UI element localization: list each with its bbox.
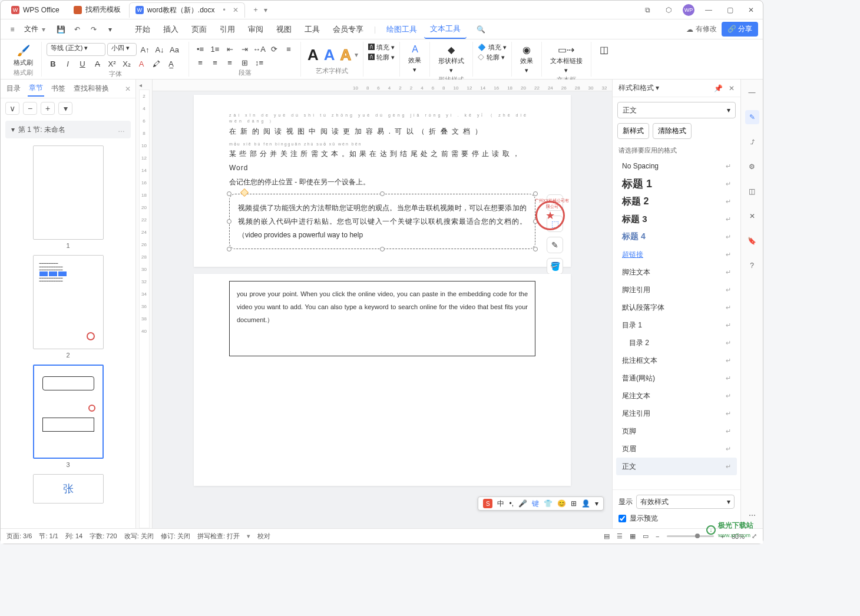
- ribbon-tab-drawing[interactable]: 绘图工具: [381, 21, 423, 38]
- style-item[interactable]: No Spacing↵: [616, 157, 737, 175]
- rail-styles-icon[interactable]: ✎: [745, 110, 759, 124]
- style-item[interactable]: 页眉↵: [616, 440, 737, 458]
- ribbon-tab-start[interactable]: 开始: [129, 21, 156, 38]
- ime-toolbox-icon[interactable]: ⊞: [571, 499, 577, 508]
- status-page[interactable]: 页面: 3/6: [6, 532, 32, 541]
- resize-handle-ml[interactable]: [227, 219, 231, 224]
- linked-text-box[interactable]: you prove your point. When you click the…: [229, 281, 535, 356]
- wordart-style-1[interactable]: A: [306, 46, 320, 64]
- document-canvas[interactable]: 1086422468101214161820222426283032343638…: [153, 80, 612, 528]
- rail-settings-icon[interactable]: ⚙: [745, 160, 759, 174]
- pin-panel-icon[interactable]: 📌: [714, 84, 723, 92]
- close-panel-icon[interactable]: ✕: [729, 84, 735, 92]
- section-more-icon[interactable]: …: [118, 125, 125, 134]
- style-item[interactable]: 批注框文本↵: [616, 352, 737, 369]
- window-close-icon[interactable]: ✕: [744, 3, 758, 17]
- tab-close-icon[interactable]: ✕: [233, 6, 239, 14]
- redo-icon[interactable]: ↷: [87, 22, 101, 37]
- style-item[interactable]: 页脚↵: [616, 422, 737, 440]
- style-item[interactable]: 标题 1↵: [616, 175, 737, 193]
- preview-checkbox-input[interactable]: [618, 515, 626, 522]
- ribbon-tab-review[interactable]: 审阅: [242, 21, 269, 38]
- style-item[interactable]: 标题 3↵: [616, 210, 737, 228]
- status-section[interactable]: 节: 1/1: [39, 532, 58, 541]
- superscript-icon[interactable]: X²: [105, 58, 118, 69]
- quick-fill-icon[interactable]: 🪣: [547, 258, 563, 274]
- rail-collapse-icon[interactable]: —: [745, 85, 759, 100]
- rail-transform-icon[interactable]: ✕: [745, 209, 759, 223]
- subscript-icon[interactable]: X₂: [120, 58, 133, 69]
- numbering-icon[interactable]: 1≡: [209, 43, 221, 55]
- nav-tab-sections[interactable]: 章节: [28, 81, 44, 97]
- style-item[interactable]: 脚注引用↵: [616, 281, 737, 299]
- align-right-icon[interactable]: ≡: [209, 57, 221, 68]
- selected-text-box[interactable]: 视频提供了功能强大的方法帮助您证明您的观点。当您单击联机视频时，可以在想要添加的…: [229, 194, 535, 249]
- style-item[interactable]: 标题 2↵: [616, 193, 737, 210]
- style-item[interactable]: 默认段落字体↵: [616, 299, 737, 316]
- decrease-indent-icon[interactable]: ⇤: [223, 43, 236, 55]
- style-item[interactable]: 目录 2↵: [616, 334, 737, 352]
- save-icon[interactable]: 💾: [54, 22, 68, 37]
- ribbon-tab-tools[interactable]: 工具: [299, 21, 326, 38]
- clear-format-button[interactable]: 清除格式: [653, 123, 692, 139]
- status-revision[interactable]: 修订: 关闭: [161, 532, 190, 541]
- status-spellcheck[interactable]: 拼写检查: 打开: [197, 532, 240, 541]
- styles-filter-select[interactable]: 有效样式▾: [636, 495, 735, 509]
- ime-lang-label[interactable]: 中: [497, 499, 504, 509]
- ime-mic-icon[interactable]: 🎤: [518, 499, 527, 508]
- strikethrough-icon[interactable]: A̶: [91, 58, 104, 69]
- style-item[interactable]: 超链接↵: [616, 246, 737, 263]
- line-spacing-icon[interactable]: ↕≡: [253, 57, 266, 68]
- ime-menu-icon[interactable]: ▾: [595, 499, 598, 508]
- bold-icon[interactable]: B: [47, 58, 59, 69]
- style-item[interactable]: 正文↵: [616, 458, 737, 475]
- distribute-icon[interactable]: ⊞: [238, 57, 251, 68]
- ribbon-tab-view[interactable]: 视图: [270, 21, 297, 38]
- resize-handle-bl[interactable]: [227, 247, 231, 251]
- ime-skin-icon[interactable]: 👕: [544, 499, 553, 508]
- ribbon-tab-text-tools[interactable]: 文本工具: [424, 20, 467, 39]
- justify-icon[interactable]: ≡: [223, 57, 236, 68]
- text-fill-button[interactable]: 🅰 填充 ▾: [368, 43, 395, 52]
- nav-prev-button[interactable]: ∨: [5, 102, 19, 115]
- view-outline-icon[interactable]: ☰: [617, 532, 623, 540]
- tab-list-dropdown-icon[interactable]: ▾: [264, 6, 267, 14]
- ime-keyboard-icon[interactable]: 键: [532, 499, 539, 509]
- font-size-select[interactable]: 小四 ▾: [107, 43, 137, 56]
- font-name-select[interactable]: 等线 (正文) ▾: [47, 43, 105, 56]
- view-web-icon[interactable]: ▦: [630, 532, 636, 540]
- style-item[interactable]: 标题 4↵: [616, 228, 737, 246]
- nav-remove-button[interactable]: −: [23, 102, 37, 115]
- new-tab-button[interactable]: ＋: [250, 4, 262, 16]
- share-button[interactable]: 🔗 分享: [722, 22, 758, 37]
- text-effect-button[interactable]: A 效果▾: [405, 43, 425, 75]
- template-tab[interactable]: 找稻壳模板: [68, 2, 127, 18]
- page-thumb-2[interactable]: ▬▬▬▬▬▬▬▬▬▬▬▬▬▬▬▬▬▬▬▬▬▬▬▬▬▬▬▬▬▬▬▬▬▬▬▬▬▬▬▬…: [33, 255, 104, 349]
- text-outline-button[interactable]: 🅰 轮廓 ▾: [368, 53, 395, 62]
- status-overwrite[interactable]: 改写: 关闭: [124, 532, 154, 541]
- ribbon-tab-page[interactable]: 页面: [186, 21, 213, 38]
- rail-select-icon[interactable]: ⭜: [745, 135, 759, 149]
- undo-icon[interactable]: ↶: [70, 22, 84, 37]
- view-print-icon[interactable]: ▤: [604, 532, 610, 540]
- underline-icon[interactable]: U: [76, 58, 89, 69]
- status-column[interactable]: 列: 14: [65, 532, 82, 541]
- increase-indent-icon[interactable]: ⇥: [238, 43, 251, 55]
- resize-handle-bm[interactable]: [380, 247, 385, 251]
- cloud-modified-badge[interactable]: ☁ 有修改: [686, 24, 717, 34]
- italic-icon[interactable]: I: [61, 58, 74, 69]
- ribbon-tab-reference[interactable]: 引用: [214, 21, 241, 38]
- quick-access-dropdown-icon[interactable]: ▾: [103, 22, 117, 37]
- font-color-icon[interactable]: A: [135, 58, 148, 69]
- wordart-style-3[interactable]: A: [339, 46, 353, 64]
- search-icon[interactable]: 🔍: [474, 22, 488, 37]
- char-scale-icon[interactable]: ↔A: [253, 43, 266, 55]
- menu-icon[interactable]: ≡: [5, 22, 19, 37]
- shape-style-button[interactable]: ◆ 形状样式▾: [435, 43, 468, 75]
- wordart-style-2[interactable]: A: [322, 46, 337, 64]
- nav-tab-find[interactable]: 查找和替换: [72, 81, 110, 96]
- page-thumb-4[interactable]: 张: [33, 474, 104, 504]
- nav-add-button[interactable]: +: [41, 102, 55, 115]
- shape-effect-button[interactable]: ◉ 效果▾: [517, 43, 537, 75]
- ime-punct-icon[interactable]: •,: [509, 499, 514, 508]
